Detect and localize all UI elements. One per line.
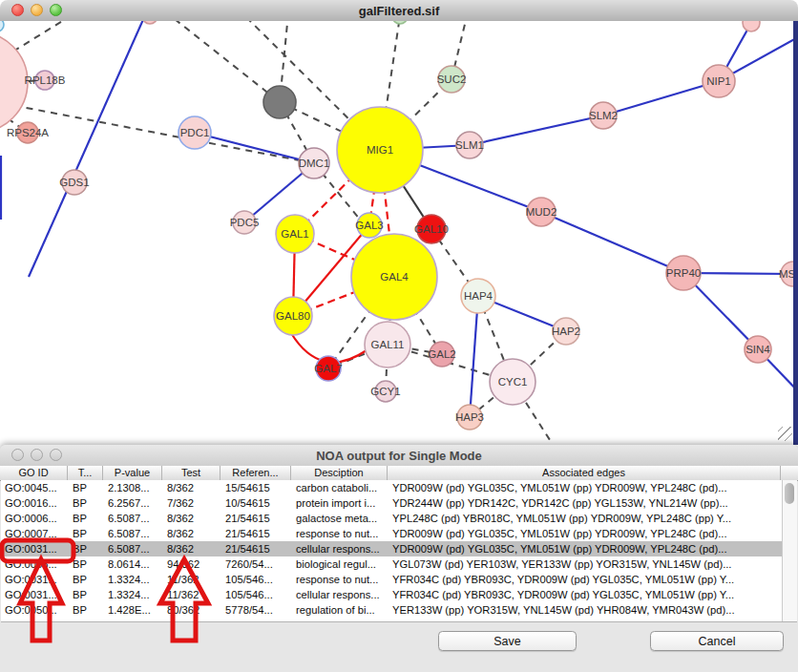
node-label-GAL80: GAL80 bbox=[276, 310, 310, 322]
column-header-pvalue[interactable]: P-value bbox=[103, 466, 162, 480]
column-header-associatededges[interactable]: Associated edges bbox=[388, 466, 781, 480]
node-label-SLM2: SLM2 bbox=[589, 110, 618, 121]
table-row[interactable]: GO:0007...BP6.5087...8/36221/54615respon… bbox=[1, 526, 797, 541]
node-partial-top-2[interactable] bbox=[392, 21, 408, 24]
close-button-icon[interactable] bbox=[11, 449, 24, 461]
table-cell: GO:0031... bbox=[1, 572, 69, 587]
column-header-referen[interactable]: Referen... bbox=[220, 466, 291, 480]
table-row[interactable]: GO:0031...BP1.3324...11/362105/546...res… bbox=[1, 572, 797, 587]
node-partial-top-1[interactable] bbox=[142, 21, 158, 24]
node-tiny-top-left[interactable] bbox=[0, 21, 4, 32]
noa-window-titlebar[interactable]: NOA output for Single Mode bbox=[0, 445, 798, 467]
edge-blue bbox=[470, 116, 603, 145]
zoom-button-icon[interactable] bbox=[50, 449, 62, 461]
window-title: galFiltered.sif bbox=[359, 4, 440, 18]
table-cell: 7260/54... bbox=[221, 556, 292, 572]
table-cell: YDR009W (pd) YGL035C, YML051W (pp) YDR00… bbox=[388, 541, 782, 556]
save-button[interactable]: Save bbox=[438, 631, 577, 651]
table-cell: 21/54615 bbox=[221, 511, 292, 526]
column-header-goid[interactable]: GO ID bbox=[0, 466, 68, 480]
table-cell: GO:0045... bbox=[1, 480, 69, 495]
node-label-GAL4: GAL4 bbox=[380, 271, 409, 283]
node-label-CYC1: CYC1 bbox=[498, 376, 528, 388]
table-cell: cellular respons... bbox=[292, 587, 388, 602]
table-cell: YDR009W (pd) YGL035C, YML051W (pp) YDR00… bbox=[388, 480, 782, 495]
table-cell: 21/54615 bbox=[221, 526, 292, 541]
table-cell: 5778/54... bbox=[221, 602, 292, 618]
noa-output-window: NOA output for Single Mode GO IDT...P-va… bbox=[0, 445, 798, 672]
node-gray-node[interactable] bbox=[263, 86, 296, 118]
node-partial-top-3[interactable] bbox=[743, 21, 760, 32]
minimize-button-icon[interactable] bbox=[31, 449, 43, 461]
network-window-titlebar[interactable]: galFiltered.sif bbox=[0, 0, 798, 22]
resize-grip-icon[interactable] bbox=[778, 427, 792, 441]
table-cell: 8/362 bbox=[163, 511, 221, 526]
node-label-SUC2: SUC2 bbox=[437, 74, 467, 85]
vertical-scrollbar[interactable] bbox=[782, 480, 797, 621]
table-row[interactable]: GO:0016...BP6.2567...7/36210/54615protei… bbox=[1, 495, 797, 511]
table-cell: 8/362 bbox=[163, 541, 221, 556]
node-label-NIP1: NIP1 bbox=[706, 75, 731, 87]
node-label-MIG1: MIG1 bbox=[367, 144, 393, 156]
node-label-GAL1: GAL1 bbox=[281, 228, 308, 240]
table-cell: BP bbox=[69, 526, 104, 541]
table-cell: YDR009W (pd) YGL035C, YML051W (pp) YDR00… bbox=[388, 526, 782, 541]
table-cell: BP bbox=[69, 556, 104, 572]
table-cell: BP bbox=[69, 541, 104, 556]
minimize-button-icon[interactable] bbox=[31, 4, 43, 16]
table-row[interactable]: GO:0050...BP1.428E...80/3625778/54...reg… bbox=[1, 602, 797, 618]
zoom-button-icon[interactable] bbox=[50, 4, 62, 16]
table-cell: cellular respons... bbox=[292, 541, 388, 556]
table-cell: BP bbox=[69, 511, 104, 526]
table-cell: BP bbox=[69, 587, 104, 602]
table-cell: 8/362 bbox=[163, 526, 221, 541]
results-table[interactable]: GO:0045...BP2.1308...8/36215/54615carbon… bbox=[1, 480, 797, 622]
table-cell: BP bbox=[69, 495, 104, 511]
node-label-RPL18B: RPL18B bbox=[25, 74, 66, 86]
column-header-t[interactable]: T... bbox=[68, 466, 103, 480]
node-label-PRP40: PRP40 bbox=[666, 267, 701, 279]
table-cell: 6.5087... bbox=[104, 526, 163, 541]
table-cell: GO:0031... bbox=[1, 541, 69, 556]
node-label-MUD2: MUD2 bbox=[526, 206, 557, 218]
table-cell: 10/54615 bbox=[221, 495, 292, 511]
edge-dash bbox=[175, 21, 280, 102]
cancel-button[interactable]: Cancel bbox=[650, 631, 784, 651]
table-cell: YER133W (pp) YOR315W, YNL145W (pd) YHR08… bbox=[388, 602, 782, 618]
table-row[interactable]: GO:0045...BP2.1308...8/36215/54615carbon… bbox=[1, 480, 797, 495]
edge-blue bbox=[603, 81, 719, 116]
table-cell: 8.0614... bbox=[104, 556, 163, 572]
table-cell: GO:0007... bbox=[1, 526, 69, 541]
table-cell: response to nut... bbox=[292, 526, 388, 541]
table-cell: 11/362 bbox=[163, 587, 221, 602]
table-cell: regulation of bi... bbox=[292, 602, 388, 618]
noa-window-title: NOA output for Single Mode bbox=[316, 449, 482, 463]
node-label-SLM1: SLM1 bbox=[455, 139, 484, 151]
scrollbar-thumb[interactable] bbox=[785, 483, 794, 504]
table-cell: BP bbox=[69, 572, 104, 587]
node-label-DMC1: DMC1 bbox=[299, 158, 330, 169]
table-cell: 11/362 bbox=[163, 572, 221, 587]
network-canvas[interactable]: RPL18BRPS24AGDS1PDC1DMC1MIG1SUC2SLM1SLM2… bbox=[0, 21, 798, 445]
column-header-desciption[interactable]: Desciption bbox=[291, 466, 388, 480]
table-cell: 15/54615 bbox=[221, 480, 292, 495]
table-row[interactable]: GO:0065...BP8.0614...94/3627260/54...bio… bbox=[1, 556, 797, 572]
network-graph: RPL18BRPS24AGDS1PDC1DMC1MIG1SUC2SLM1SLM2… bbox=[0, 21, 798, 445]
node-label-SIN4: SIN4 bbox=[746, 344, 770, 355]
table-cell: 21/54615 bbox=[221, 541, 292, 556]
node-label-HAP3: HAP3 bbox=[455, 411, 484, 423]
close-button-icon[interactable] bbox=[11, 4, 24, 16]
node-label-HAP4: HAP4 bbox=[464, 290, 494, 302]
node-label-RPS24A: RPS24A bbox=[7, 127, 49, 138]
table-cell: 94/362 bbox=[163, 556, 221, 572]
edge-blue bbox=[470, 296, 478, 417]
table-row[interactable]: GO:0031...BP1.3324...11/362105/546...cel… bbox=[1, 587, 797, 602]
table-row[interactable]: GO:0006...BP6.5087...8/36221/54615galact… bbox=[1, 511, 797, 526]
table-row[interactable]: GO:0031...BP6.5087...8/36221/54615cellul… bbox=[1, 541, 797, 556]
column-header-test[interactable]: Test bbox=[162, 466, 220, 480]
table-cell: 1.428E... bbox=[104, 602, 163, 618]
table-cell: GO:0050... bbox=[1, 602, 69, 618]
table-cell: 6.2567... bbox=[104, 495, 163, 511]
table-cell: 105/546... bbox=[221, 587, 292, 602]
table-cell: BP bbox=[69, 480, 104, 495]
